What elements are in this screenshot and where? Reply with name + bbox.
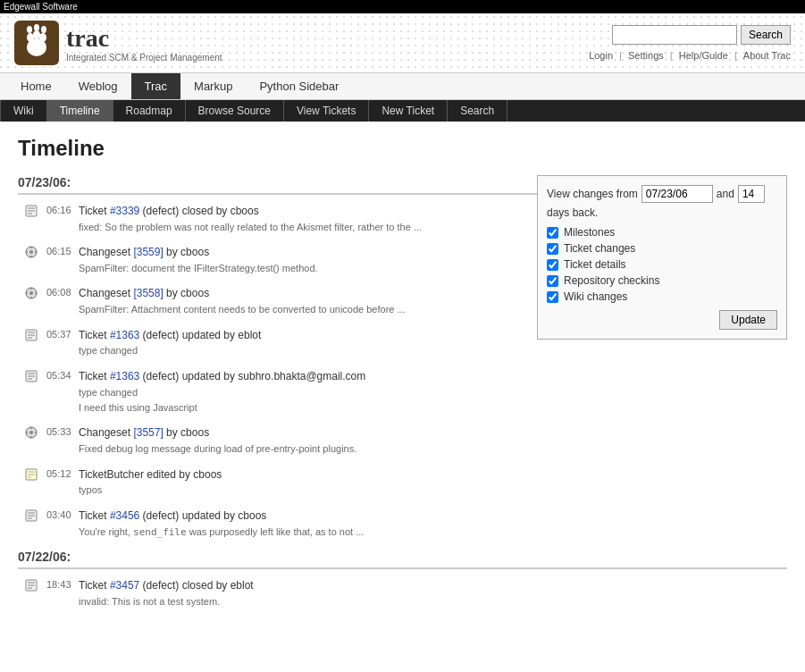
vc-checkbox-row-repository-checkins: Repository checkins bbox=[547, 274, 777, 287]
wiki-icon bbox=[25, 468, 41, 484]
entry-desc: invalid: This is not a test system. bbox=[79, 595, 787, 609]
svg-point-13 bbox=[29, 250, 33, 254]
changeset-icon bbox=[25, 246, 41, 262]
changeset-icon bbox=[25, 287, 41, 303]
vc-checkbox-row-ticket-changes: Ticket changes bbox=[547, 242, 777, 255]
vc-checkbox-row-milestones: Milestones bbox=[547, 226, 777, 239]
ticket-icon bbox=[25, 370, 41, 386]
entry-title: Ticket #3457 (defect) closed by eblot bbox=[79, 578, 787, 593]
about-link[interactable]: About Trac bbox=[743, 50, 791, 61]
header-search-button[interactable]: Search bbox=[741, 25, 791, 45]
logo-area: trac Integrated SCM & Project Management bbox=[14, 21, 222, 65]
entry-desc: type changed bbox=[79, 344, 787, 357]
entry-time: 06:16 bbox=[46, 204, 79, 215]
vc-checkbox-row-wiki-changes: Wiki changes bbox=[547, 290, 777, 303]
nav-tabs: HomeWeblogTracMarkupPython Sidebar bbox=[0, 73, 805, 100]
entry-link[interactable]: #1363 bbox=[110, 329, 139, 341]
vc-update-button[interactable]: Update bbox=[719, 310, 777, 330]
checkbox-wiki-changes[interactable] bbox=[547, 291, 558, 303]
entry-link[interactable]: #3457 bbox=[110, 579, 139, 592]
entry-time: 05:33 bbox=[46, 425, 79, 437]
nav-tab-weblog[interactable]: Weblog bbox=[65, 73, 131, 99]
entry-title: Ticket #1363 (defect) updated by subhro.… bbox=[79, 369, 787, 384]
timeline-entry: 05:34Ticket #1363 (defect) updated by su… bbox=[18, 369, 787, 416]
entry-desc: You're right, send_file was purposedly l… bbox=[79, 525, 787, 539]
timeline-entry: 05:12TicketButcher edited by cboostypos bbox=[18, 467, 787, 498]
vc-days-input[interactable] bbox=[738, 185, 765, 203]
svg-point-6 bbox=[34, 24, 39, 31]
entry-link[interactable]: #3456 bbox=[110, 509, 139, 522]
sec-nav-timeline[interactable]: Timeline bbox=[47, 100, 113, 122]
login-link[interactable]: Login bbox=[589, 50, 613, 61]
label-milestones[interactable]: Milestones bbox=[564, 226, 615, 239]
ticket-icon bbox=[25, 329, 41, 345]
entry-desc: Fixed debug log message during load of p… bbox=[79, 442, 787, 456]
label-wiki-changes[interactable]: Wiki changes bbox=[564, 290, 627, 303]
changeset-icon bbox=[25, 426, 41, 442]
entry-link[interactable]: #1363 bbox=[110, 370, 139, 382]
svg-point-2 bbox=[27, 33, 34, 42]
ticket-icon bbox=[25, 579, 41, 595]
top-bar: Edgewall Software bbox=[0, 0, 805, 13]
help-link[interactable]: Help/Guide bbox=[679, 50, 728, 61]
logo-subtitle: Integrated SCM & Project Management bbox=[66, 53, 222, 63]
nav-tab-python-sidebar[interactable]: Python Sidebar bbox=[246, 73, 352, 99]
entry-time: 05:34 bbox=[46, 369, 79, 381]
nav-tab-trac[interactable]: Trac bbox=[131, 73, 181, 99]
entry-link[interactable]: [3558] bbox=[133, 287, 163, 299]
label-ticket-details[interactable]: Ticket details bbox=[564, 258, 626, 271]
entry-link[interactable]: #3339 bbox=[110, 205, 139, 217]
timeline-entry: 18:43Ticket #3457 (defect) closed by ebl… bbox=[18, 578, 787, 609]
user-links: Login | Settings | Help/Guide | About Tr… bbox=[589, 50, 791, 61]
header: trac Integrated SCM & Project Management… bbox=[0, 13, 805, 73]
svg-point-19 bbox=[29, 291, 33, 295]
main-content: Timeline View changes from and days back… bbox=[0, 122, 805, 669]
nav-tab-markup[interactable]: Markup bbox=[180, 73, 246, 99]
checkbox-milestones[interactable] bbox=[547, 227, 558, 239]
svg-point-3 bbox=[33, 30, 40, 39]
sec-nav-roadmap[interactable]: Roadmap bbox=[113, 100, 186, 122]
search-area: Search bbox=[612, 25, 791, 45]
label-ticket-changes[interactable]: Ticket changes bbox=[564, 242, 635, 255]
entry-content: Ticket #3457 (defect) closed by eblotinv… bbox=[79, 578, 787, 609]
sec-nav-new-ticket[interactable]: New Ticket bbox=[369, 100, 448, 122]
view-changes-panel: View changes from and days back. Milesto… bbox=[537, 175, 787, 340]
settings-link[interactable]: Settings bbox=[628, 50, 664, 61]
entry-content: TicketButcher edited by cboostypos bbox=[79, 467, 787, 498]
sec-nav-wiki[interactable]: Wiki bbox=[0, 100, 47, 122]
entry-desc: typos bbox=[79, 483, 787, 497]
label-repository-checkins[interactable]: Repository checkins bbox=[564, 274, 659, 287]
entry-desc: type changed bbox=[79, 386, 787, 399]
header-search-input[interactable] bbox=[612, 25, 737, 45]
vc-checkbox-row-ticket-details: Ticket details bbox=[547, 258, 777, 271]
logo-title: trac bbox=[66, 24, 222, 53]
entry-time: 05:37 bbox=[46, 328, 79, 340]
ticket-icon bbox=[25, 509, 41, 525]
logo-text: trac Integrated SCM & Project Management bbox=[66, 24, 222, 63]
entry-link[interactable]: [3559] bbox=[133, 246, 163, 258]
checkbox-repository-checkins[interactable] bbox=[547, 275, 558, 287]
header-right: Search Login | Settings | Help/Guide | A… bbox=[589, 25, 791, 61]
sec-nav-view-tickets[interactable]: View Tickets bbox=[284, 100, 369, 122]
vc-days-label: days back. bbox=[547, 206, 598, 219]
svg-point-7 bbox=[41, 26, 46, 33]
entry-time: 06:08 bbox=[46, 286, 79, 298]
vc-date-input[interactable] bbox=[641, 185, 713, 203]
logo-paw-icon bbox=[14, 21, 59, 65]
entry-title: Changeset [3557] by cboos bbox=[79, 425, 787, 441]
date-header: 07/22/06: bbox=[18, 550, 787, 569]
entry-content: Ticket #3456 (defect) updated by cboosYo… bbox=[79, 508, 787, 539]
entry-link[interactable]: [3557] bbox=[133, 426, 163, 439]
ticket-icon bbox=[25, 205, 41, 221]
page-title: Timeline bbox=[18, 136, 787, 161]
sec-nav-search[interactable]: Search bbox=[448, 100, 507, 122]
entry-title: Ticket #3456 (defect) updated by cboos bbox=[79, 508, 787, 524]
checkbox-ticket-details[interactable] bbox=[547, 259, 558, 271]
sec-nav-browse-source[interactable]: Browse Source bbox=[186, 100, 284, 122]
nav-tab-home[interactable]: Home bbox=[7, 73, 65, 99]
vc-checkboxes: MilestonesTicket changesTicket detailsRe… bbox=[547, 226, 777, 303]
checkbox-ticket-changes[interactable] bbox=[547, 243, 558, 255]
svg-point-33 bbox=[29, 431, 33, 434]
entry-time: 06:15 bbox=[46, 245, 79, 256]
timeline-entry: 03:40Ticket #3456 (defect) updated by cb… bbox=[18, 508, 787, 539]
